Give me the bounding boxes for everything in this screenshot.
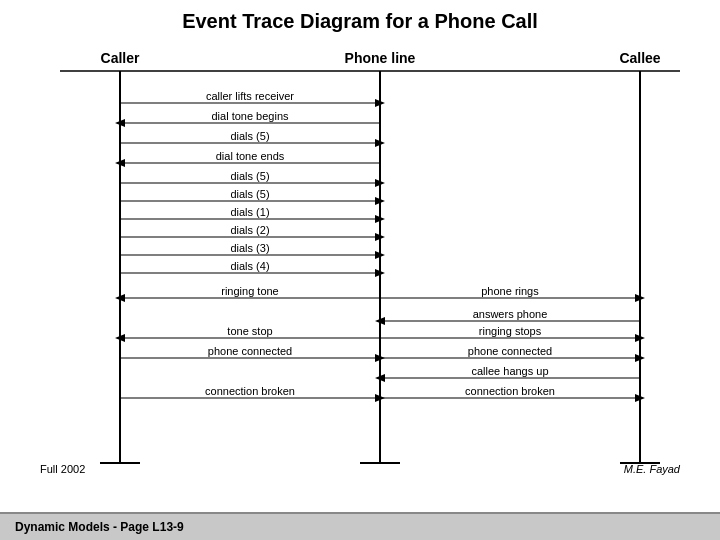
- page-title: Event Trace Diagram for a Phone Call: [20, 10, 700, 33]
- svg-text:dials (1): dials (1): [230, 206, 269, 218]
- svg-text:caller lifts receiver: caller lifts receiver: [206, 90, 294, 102]
- svg-text:Phone line: Phone line: [345, 50, 416, 66]
- svg-text:dials (5): dials (5): [230, 130, 269, 142]
- svg-text:phone connected: phone connected: [468, 345, 552, 357]
- footer-left: Full 2002: [40, 463, 85, 475]
- svg-text:connection broken: connection broken: [465, 385, 555, 397]
- svg-text:dial tone begins: dial tone begins: [211, 110, 289, 122]
- svg-text:answers phone: answers phone: [473, 308, 548, 320]
- svg-text:phone rings: phone rings: [481, 285, 539, 297]
- svg-text:connection broken: connection broken: [205, 385, 295, 397]
- svg-text:dial tone ends: dial tone ends: [216, 150, 285, 162]
- footer-center: Dynamic Models - Page L13-9: [15, 520, 184, 534]
- svg-text:ringing stops: ringing stops: [479, 325, 542, 337]
- svg-text:dials (3): dials (3): [230, 242, 269, 254]
- svg-text:phone connected: phone connected: [208, 345, 292, 357]
- footer-right: M.E. Fayad: [624, 463, 680, 475]
- svg-text:Caller: Caller: [101, 50, 140, 66]
- diagram-area: Caller Phone line Callee caller lifts re…: [20, 43, 700, 483]
- svg-text:dials (4): dials (4): [230, 260, 269, 272]
- svg-text:dials (5): dials (5): [230, 170, 269, 182]
- svg-text:ringing tone: ringing tone: [221, 285, 279, 297]
- svg-text:Callee: Callee: [619, 50, 660, 66]
- svg-text:dials (5): dials (5): [230, 188, 269, 200]
- page: Event Trace Diagram for a Phone Call Cal…: [0, 0, 720, 540]
- footer-bar: Dynamic Models - Page L13-9: [0, 512, 720, 540]
- svg-text:tone stop: tone stop: [227, 325, 272, 337]
- svg-text:callee hangs up: callee hangs up: [471, 365, 548, 377]
- main-content: Event Trace Diagram for a Phone Call Cal…: [0, 0, 720, 512]
- svg-text:dials (2): dials (2): [230, 224, 269, 236]
